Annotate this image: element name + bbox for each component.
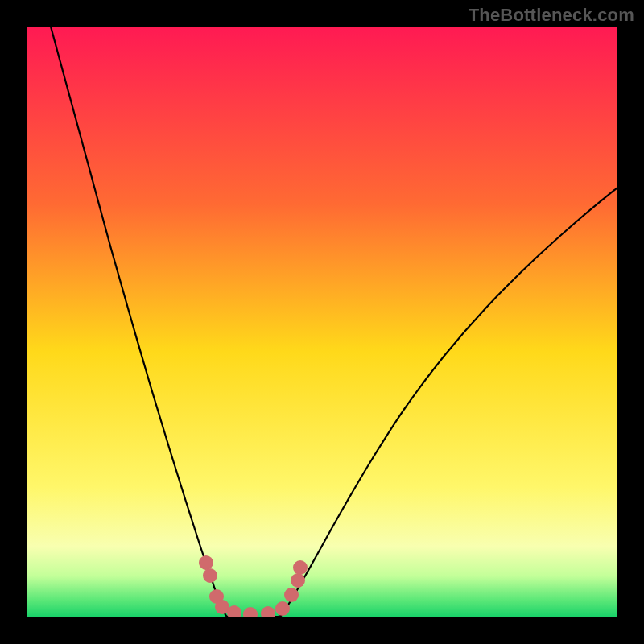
watermark-label: TheBottleneck.com <box>469 5 634 26</box>
plot-area <box>27 27 617 617</box>
marker-dot <box>275 601 290 616</box>
marker-dot <box>291 573 305 588</box>
marker-dot <box>261 606 275 617</box>
marker-dot <box>227 605 242 617</box>
marker-dot <box>243 607 258 617</box>
marker-dot <box>284 588 299 602</box>
chart-frame: TheBottleneck.com <box>0 0 644 644</box>
marker-dot <box>203 568 217 583</box>
marker-dot <box>293 560 308 575</box>
marker-cluster <box>27 27 617 617</box>
